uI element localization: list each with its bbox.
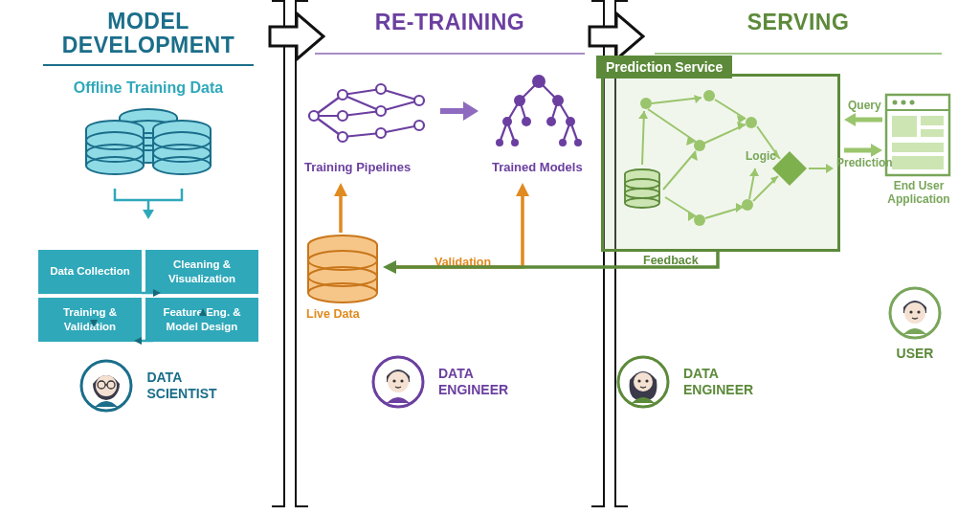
- role-row-user: USER: [888, 286, 942, 361]
- section-retraining: RE-TRAINING Training Pipelines Trai: [297, 10, 603, 409]
- svg-point-39: [546, 117, 556, 126]
- divider: [315, 53, 585, 55]
- role-label: DATA SCIENTIST: [146, 369, 216, 402]
- trained-models-icon: [488, 70, 590, 162]
- svg-point-96: [645, 379, 648, 382]
- svg-point-28: [376, 84, 386, 94]
- svg-point-27: [338, 132, 347, 142]
- svg-point-31: [414, 96, 424, 105]
- svg-point-94: [634, 372, 653, 392]
- svg-marker-15: [143, 210, 154, 219]
- svg-point-24: [309, 111, 319, 121]
- svg-point-37: [502, 117, 512, 126]
- svg-rect-86: [921, 116, 944, 125]
- svg-marker-79: [826, 164, 834, 173]
- arrow-right-icon: [438, 99, 480, 123]
- logic-label: Logic: [746, 149, 776, 163]
- prediction-service-box: Prediction Service: [601, 74, 840, 252]
- training-pipelines-icon: [304, 78, 429, 154]
- svg-marker-50: [334, 183, 347, 196]
- prediction-service-diagram-icon: [604, 77, 837, 245]
- svg-point-41: [496, 139, 503, 146]
- trained-models-label: Trained Models: [492, 160, 583, 174]
- svg-marker-91: [871, 144, 882, 157]
- svg-point-95: [637, 379, 640, 382]
- svg-point-62: [703, 90, 715, 101]
- svg-point-53: [388, 371, 409, 392]
- role-label: DATA ENGINEER: [683, 366, 753, 398]
- svg-marker-92: [383, 260, 396, 274]
- svg-point-55: [400, 379, 403, 382]
- divider: [43, 64, 254, 66]
- svg-point-29: [376, 106, 386, 116]
- svg-point-84: [910, 101, 915, 105]
- section-model-development: MODEL DEVELOPMENT Offline Training Data …: [29, 10, 268, 413]
- live-data-label: Live Data: [306, 307, 360, 321]
- svg-marker-67: [694, 95, 702, 103]
- data-engineer-avatar-icon: [371, 355, 425, 409]
- svg-point-32: [414, 121, 424, 130]
- database-stack-icon: [81, 108, 215, 190]
- retrain-content: Training Pipelines Trained Models Live D…: [297, 64, 603, 409]
- svg-point-99: [909, 310, 912, 313]
- svg-point-100: [917, 310, 920, 313]
- svg-rect-87: [921, 129, 944, 137]
- svg-point-44: [574, 139, 582, 146]
- svg-point-43: [559, 139, 567, 146]
- svg-point-64: [746, 117, 757, 128]
- svg-point-25: [338, 90, 347, 100]
- prediction-service-title: Prediction Service: [596, 56, 732, 78]
- end-user-app-icon: [884, 93, 951, 177]
- role-row: DATA SCIENTIST: [79, 359, 216, 413]
- offline-data-label: Offline Training Data: [74, 79, 223, 97]
- flow-arrow-down-icon: [67, 187, 230, 221]
- serving-content: Prediction Service: [635, 64, 961, 409]
- svg-marker-90: [844, 113, 856, 126]
- svg-marker-17: [134, 337, 142, 345]
- svg-point-98: [904, 302, 925, 324]
- role-row: DATA ENGINEER: [371, 355, 508, 409]
- training-pipelines-label: Training Pipelines: [304, 160, 411, 174]
- role-label: USER: [897, 346, 934, 361]
- svg-point-34: [532, 75, 546, 88]
- svg-marker-18: [90, 320, 98, 327]
- role-row-engineer: DATA ENGINEER: [616, 355, 753, 409]
- svg-rect-85: [892, 116, 917, 137]
- section-title: SERVING: [747, 10, 850, 35]
- svg-point-38: [522, 117, 531, 126]
- svg-point-40: [566, 117, 575, 126]
- svg-marker-19: [199, 308, 207, 316]
- svg-point-21: [96, 375, 117, 396]
- svg-marker-16: [153, 289, 161, 297]
- svg-marker-51: [516, 183, 529, 196]
- query-label: Query: [848, 99, 881, 112]
- svg-point-36: [552, 95, 564, 106]
- svg-point-65: [742, 199, 753, 211]
- svg-rect-88: [892, 143, 944, 152]
- svg-point-26: [338, 111, 347, 121]
- svg-point-35: [514, 95, 525, 106]
- svg-point-82: [893, 101, 898, 105]
- svg-point-54: [392, 379, 395, 382]
- role-label: DATA ENGINEER: [438, 366, 508, 398]
- prediction-label: Prediction: [836, 156, 893, 169]
- feedback-label: Feedback: [643, 254, 699, 267]
- user-avatar-icon: [888, 286, 942, 340]
- svg-point-58: [625, 198, 659, 208]
- section-title: RE-TRAINING: [375, 10, 524, 35]
- data-engineer-avatar-icon: [616, 355, 670, 409]
- section-bracket-end-dev: [283, 0, 285, 507]
- svg-point-61: [640, 98, 652, 109]
- data-scientist-avatar-icon: [79, 359, 133, 413]
- svg-point-30: [376, 128, 386, 138]
- section-title: MODEL DEVELOPMENT: [29, 10, 268, 58]
- section-serving: SERVING Prediction Service: [635, 10, 961, 409]
- divider: [655, 53, 941, 55]
- end-user-app-label: End User Application: [882, 179, 955, 207]
- svg-marker-33: [463, 101, 479, 121]
- workflow-cycle-arrows-icon: [38, 270, 258, 362]
- svg-point-83: [902, 101, 906, 105]
- svg-point-42: [511, 139, 519, 146]
- svg-rect-89: [892, 156, 944, 169]
